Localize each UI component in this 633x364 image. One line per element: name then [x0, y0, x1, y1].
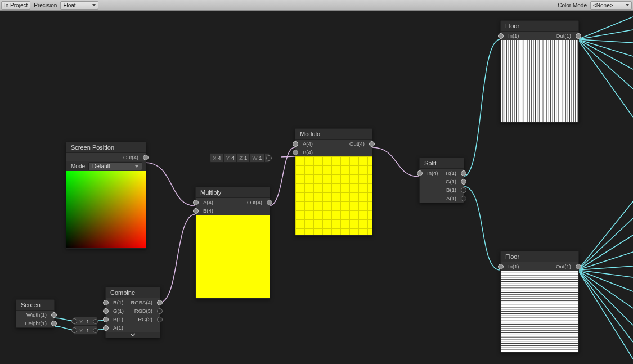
color-mode-dropdown[interactable]: <None> [590, 1, 632, 10]
node-modulo[interactable]: Modulo A(4)Out(4) B(4) [295, 128, 372, 236]
port-in[interactable] [498, 33, 504, 39]
port-b[interactable] [193, 208, 199, 214]
port-g-label: G(1) [443, 177, 459, 186]
port-b[interactable] [103, 317, 109, 322]
node-title[interactable]: Combine [106, 287, 160, 298]
vector4-field-modulo-b[interactable]: X4 Y4 Z1 W1 [210, 153, 270, 163]
color-mode-label: Color Mode [556, 2, 588, 8]
port-rgb-label: RGB(3) [132, 307, 155, 315]
node-split[interactable]: Split In(4)R(1) G(1) B(1) A(1) [419, 158, 464, 203]
port-a[interactable] [461, 196, 466, 201]
precision-label: Precision [33, 2, 58, 8]
port-b-label: B(1) [444, 186, 459, 194]
toolbar: In Project Precision Float Color Mode <N… [0, 0, 633, 11]
port-g[interactable] [461, 179, 466, 185]
port-in-label: In(1) [506, 262, 522, 271]
port-rgb[interactable] [157, 308, 163, 314]
port-a[interactable] [103, 325, 109, 331]
port-out[interactable] [143, 155, 149, 160]
port-b[interactable] [293, 150, 298, 155]
port-b-label: B(1) [111, 315, 125, 323]
port-out-label: Out(1) [554, 32, 573, 40]
port-a-label: A(4) [201, 198, 216, 206]
node-preview [501, 40, 578, 122]
port-r-label: R(1) [111, 298, 125, 307]
port-out[interactable] [369, 141, 375, 147]
port-a-label: A(4) [300, 140, 315, 148]
node-title[interactable]: Screen [16, 300, 54, 311]
node-preview [501, 271, 578, 352]
port-width-label: Width(1) [24, 311, 49, 319]
port-rg-label: RG(2) [136, 315, 155, 323]
node-multiply[interactable]: Multiply A(4)Out(4) B(4) [195, 187, 270, 299]
port-a-label: A(1) [444, 194, 459, 203]
port-a[interactable] [293, 141, 298, 147]
node-screen-position[interactable]: Screen Position Out(4) Mode Default [66, 142, 146, 249]
node-title[interactable]: Screen Position [66, 142, 146, 153]
port-out[interactable] [576, 33, 581, 39]
collapse-chevron-icon[interactable] [106, 332, 160, 338]
port-rgba-label: RGBA(4) [128, 298, 155, 307]
mode-label: Mode [71, 161, 85, 171]
port-out[interactable] [576, 264, 581, 269]
show-in-project-button[interactable]: In Project [1, 1, 30, 10]
precision-dropdown[interactable]: Float [60, 1, 98, 10]
port-rg[interactable] [157, 317, 163, 322]
node-preview [196, 215, 270, 298]
node-title[interactable]: Modulo [295, 129, 372, 140]
port-width[interactable] [51, 312, 57, 318]
port-r[interactable] [461, 170, 466, 176]
port-a[interactable] [193, 200, 199, 205]
port-a-label: A(1) [111, 323, 125, 332]
port-out[interactable] [266, 155, 272, 161]
port-out-label: Out(4) [347, 140, 367, 148]
node-title[interactable]: Split [420, 158, 464, 169]
port-g-label: G(1) [111, 307, 126, 315]
port-out-label: Out(4) [245, 198, 264, 206]
port-in-label: In(1) [506, 32, 522, 40]
node-floor-1[interactable]: Floor In(1)Out(1) [500, 20, 579, 123]
port-in[interactable] [71, 318, 77, 324]
port-b-label: B(4) [300, 148, 315, 156]
port-r-label: R(1) [444, 169, 459, 177]
float-field-combine-b[interactable]: X1 [74, 317, 97, 326]
port-out-label: Out(1) [554, 262, 573, 271]
float-field-combine-a[interactable]: X1 [74, 326, 97, 335]
port-in[interactable] [498, 264, 504, 269]
node-preview [295, 156, 372, 235]
port-b-label: B(4) [201, 206, 216, 215]
port-r[interactable] [103, 300, 109, 305]
port-in[interactable] [417, 170, 423, 176]
node-graph-canvas[interactable]: Screen Position Out(4) Mode Default Scre… [0, 10, 633, 364]
port-rgba[interactable] [157, 300, 163, 305]
node-title[interactable]: Multiply [196, 187, 270, 198]
node-preview [66, 171, 146, 248]
mode-dropdown[interactable]: Default [88, 162, 142, 170]
port-height[interactable] [51, 321, 57, 326]
node-combine[interactable]: Combine R(1)RGBA(4) G(1)RGB(3) B(1)RG(2)… [105, 287, 160, 338]
node-title[interactable]: Floor [501, 21, 578, 32]
port-g[interactable] [103, 308, 109, 314]
port-out[interactable] [267, 200, 272, 205]
port-in[interactable] [71, 327, 77, 333]
node-floor-2[interactable]: Floor In(1)Out(1) [500, 251, 579, 353]
node-title[interactable]: Floor [501, 251, 578, 262]
port-height-label: Height(1) [23, 319, 49, 327]
port-b[interactable] [461, 187, 466, 193]
port-out-label: Out(4) [121, 153, 141, 161]
node-screen[interactable]: Screen Width(1) Height(1) [16, 299, 55, 328]
port-in-label: In(4) [425, 169, 441, 177]
